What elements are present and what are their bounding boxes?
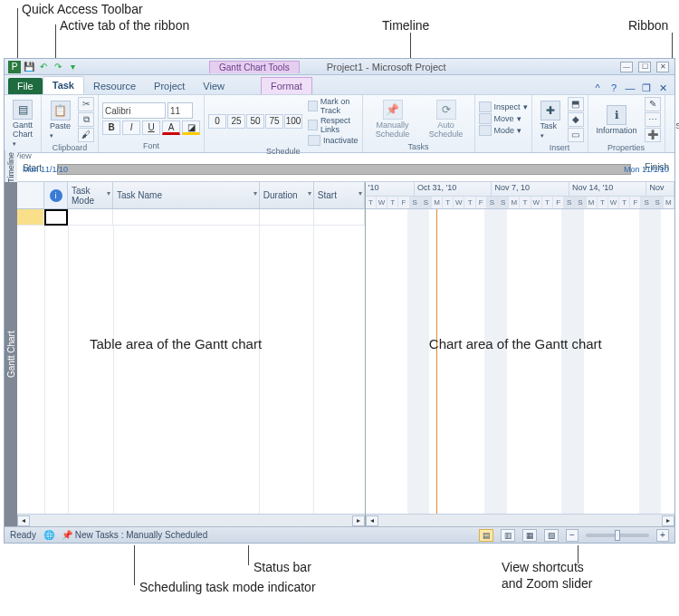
tab-format[interactable]: Format [261, 77, 312, 94]
tab-view[interactable]: View [194, 78, 234, 94]
dropdown-icon[interactable]: ▾ [253, 189, 257, 197]
dropdown-icon[interactable]: ▾ [359, 189, 362, 197]
manually-schedule-button[interactable]: 📌 Manually Schedule [367, 97, 419, 141]
pct-25-button[interactable]: 25 [227, 114, 245, 129]
cell[interactable] [113, 209, 260, 226]
cell[interactable] [260, 209, 314, 226]
timeline-pane[interactable]: Timeline Start Finish Mon 11/1/10 Mon 11… [5, 153, 674, 182]
timescale-day[interactable]: S [487, 197, 498, 208]
timescale-day[interactable]: F [476, 197, 487, 208]
minimize-icon[interactable]: — [620, 62, 633, 72]
timescale-day[interactable]: T [520, 197, 531, 208]
view-task-usage-button[interactable]: ▥ [501, 529, 515, 542]
pct-75-button[interactable]: 75 [265, 114, 283, 129]
summary-button[interactable]: ⬒ [568, 97, 584, 111]
mdi-restore-icon[interactable]: ❐ [640, 82, 653, 94]
table-body[interactable]: Table area of the Gantt chart [17, 209, 365, 514]
col-task-mode[interactable]: Task Mode▾ [68, 182, 113, 208]
add-to-timeline-button[interactable]: ➕ [645, 128, 661, 142]
details-button[interactable]: ⋯ [645, 112, 661, 127]
timescale-day[interactable]: T [366, 197, 377, 208]
move-button[interactable]: Move ▾ [479, 113, 528, 124]
scroll-left-icon[interactable]: ◂ [17, 515, 30, 526]
font-size-select[interactable] [167, 102, 193, 119]
timescale-month[interactable]: Nov 7, 10 [492, 182, 569, 196]
inactivate-button[interactable]: Inactivate [308, 135, 359, 146]
file-tab[interactable]: File [8, 78, 43, 94]
timescale-day[interactable]: F [398, 197, 409, 208]
bold-button[interactable]: B [102, 120, 120, 135]
timescale-day[interactable]: T [387, 197, 398, 208]
timescale-day[interactable]: M [664, 197, 674, 208]
timescale-day[interactable]: W [377, 197, 387, 208]
scroll-right-icon[interactable]: ▸ [352, 515, 365, 526]
tab-resource[interactable]: Resource [84, 78, 145, 94]
scroll-left-icon[interactable]: ◂ [366, 515, 378, 526]
chart-hscrollbar[interactable]: ◂ ▸ [366, 514, 674, 526]
timescale-day[interactable]: S [564, 197, 575, 208]
milestone-button[interactable]: ◆ [568, 112, 584, 127]
col-start[interactable]: Start▾ [314, 182, 365, 208]
timescale-month[interactable]: Nov [646, 182, 674, 196]
table-row[interactable] [17, 209, 365, 226]
timescale-day[interactable]: S [575, 197, 586, 208]
timescale-month[interactable]: Oct 31, '10 [415, 182, 493, 196]
timescale-header[interactable]: '10 Oct 31, '10 Nov 7, 10 Nov 14, '10 No… [366, 182, 674, 209]
maximize-icon[interactable]: ☐ [638, 62, 651, 72]
row-header-blank[interactable] [17, 182, 44, 208]
col-task-name[interactable]: Task Name▾ [113, 182, 260, 208]
dropdown-icon[interactable]: ▾ [107, 189, 110, 197]
save-icon[interactable]: 💾 [23, 61, 35, 73]
fill-color-button[interactable]: ◪ [182, 120, 200, 135]
timescale-day[interactable]: T [542, 197, 553, 208]
selected-cell[interactable] [44, 209, 68, 226]
view-gantt-button[interactable]: ▤ [479, 529, 493, 542]
timescale-day[interactable]: M [509, 197, 520, 208]
pct-50-button[interactable]: 50 [246, 114, 264, 129]
timescale-day[interactable]: T [443, 197, 454, 208]
timescale-day[interactable]: M [587, 197, 598, 208]
timeline-body[interactable]: Start Finish Mon 11/1/10 Mon 11/1/10 [17, 160, 674, 175]
minimize-ribbon-icon[interactable]: ^ [591, 82, 604, 94]
timescale-day[interactable]: S [498, 197, 509, 208]
deliverable-button[interactable]: ▭ [568, 128, 584, 142]
timescale-day[interactable]: W [531, 197, 542, 208]
gantt-chart-button[interactable]: ▤ Gantt Chart [8, 97, 37, 150]
font-color-button[interactable]: A [162, 120, 180, 135]
timescale-month[interactable]: '10 [366, 182, 415, 196]
timeline-track[interactable] [57, 164, 631, 175]
timescale-day[interactable]: M [432, 197, 443, 208]
timescale-day[interactable]: W [608, 197, 619, 208]
timescale-day[interactable]: F [553, 197, 564, 208]
timescale-day[interactable]: S [410, 197, 421, 208]
undo-icon[interactable]: ↶ [37, 61, 50, 73]
mark-on-track-button[interactable]: Mark on Track [308, 97, 359, 115]
scroll-to-task-button[interactable]: ↔ Scroll to Task [669, 98, 679, 142]
timescale-days[interactable]: TWTFSSMTWTFSSMTWTFSSMTWTFSSM [366, 197, 674, 209]
col-duration[interactable]: Duration▾ [260, 182, 314, 208]
task-button[interactable]: ✚ Task [536, 98, 565, 142]
notes-button[interactable]: ✎ [645, 97, 661, 111]
italic-button[interactable]: I [122, 120, 140, 135]
timescale-day[interactable]: F [630, 197, 641, 208]
font-name-select[interactable] [102, 102, 166, 119]
col-info[interactable]: i [44, 182, 68, 208]
chart-area[interactable]: '10 Oct 31, '10 Nov 7, 10 Nov 14, '10 No… [366, 182, 674, 526]
timescale-day[interactable]: S [641, 197, 652, 208]
underline-button[interactable]: U [142, 120, 160, 135]
timescale-day[interactable]: T [598, 197, 608, 208]
auto-schedule-button[interactable]: ⟳ Auto Schedule [422, 97, 471, 141]
timescale-day[interactable]: T [464, 197, 475, 208]
close-icon[interactable]: ✕ [656, 62, 669, 72]
timescale-day[interactable]: S [653, 197, 664, 208]
timescale-day[interactable]: W [454, 197, 464, 208]
table-hscrollbar[interactable]: ◂ ▸ [17, 514, 365, 526]
pct-100-button[interactable]: 100 [284, 114, 302, 129]
format-painter-button[interactable]: 🖌 [78, 128, 94, 142]
tab-task[interactable]: Task [43, 76, 84, 94]
tab-project[interactable]: Project [145, 78, 194, 94]
qat-dropdown-icon[interactable]: ▾ [66, 61, 79, 73]
copy-button[interactable]: ⧉ [78, 112, 94, 127]
pct-0-button[interactable]: 0 [208, 114, 226, 129]
timescale-day[interactable]: S [421, 197, 432, 208]
